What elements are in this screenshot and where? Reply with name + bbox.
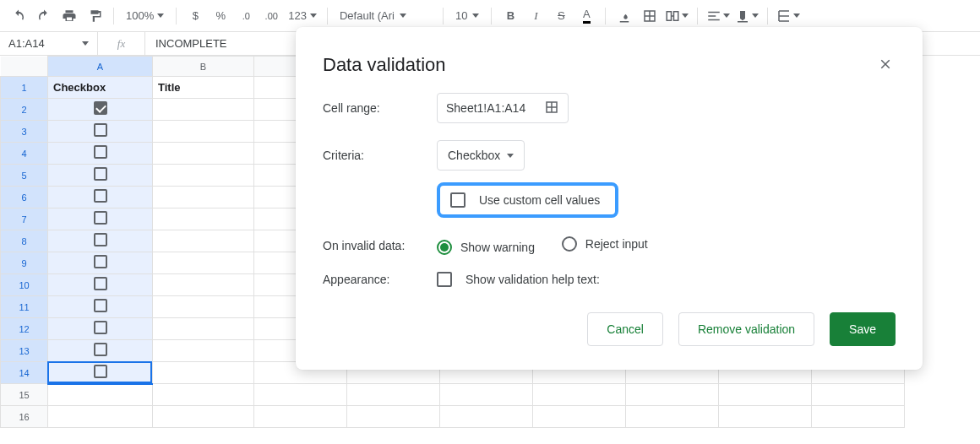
cell-checkbox[interactable] xyxy=(94,145,107,159)
cell[interactable] xyxy=(719,384,812,406)
cell[interactable] xyxy=(626,384,719,406)
cell[interactable] xyxy=(153,165,254,187)
cell-checkbox[interactable] xyxy=(94,101,107,115)
save-button[interactable]: Save xyxy=(830,312,896,346)
cell[interactable] xyxy=(153,208,254,230)
cell[interactable] xyxy=(153,230,254,252)
cell[interactable] xyxy=(48,406,153,428)
cell-checkbox[interactable] xyxy=(94,277,107,290)
cell-checkbox[interactable] xyxy=(94,343,107,356)
cell[interactable] xyxy=(812,406,905,428)
column-header[interactable]: A xyxy=(48,57,153,77)
cell[interactable] xyxy=(254,406,347,428)
show-warning-option[interactable]: Show warning xyxy=(437,240,535,255)
print-button[interactable] xyxy=(57,4,81,28)
row-header[interactable]: 9 xyxy=(1,252,48,274)
increase-decimal-button[interactable]: .00 xyxy=(259,4,283,28)
merge-cells-button[interactable] xyxy=(663,4,690,28)
cell[interactable] xyxy=(347,384,440,406)
row-header[interactable]: 7 xyxy=(1,208,48,230)
fill-color-button[interactable] xyxy=(612,4,636,28)
decrease-decimal-button[interactable]: .0 xyxy=(234,4,258,28)
cell[interactable] xyxy=(812,384,905,406)
cell[interactable] xyxy=(533,384,626,406)
row-header[interactable]: 1 xyxy=(1,77,48,99)
cell-checkbox[interactable] xyxy=(94,321,107,334)
cell-range-input[interactable]: Sheet1!A1:A14 xyxy=(437,93,569,123)
text-wrap-button[interactable] xyxy=(775,4,802,28)
cell-checkbox[interactable] xyxy=(94,255,107,268)
percent-button[interactable]: % xyxy=(209,4,232,28)
cell[interactable] xyxy=(719,406,812,428)
cell[interactable] xyxy=(48,165,153,187)
row-header[interactable]: 13 xyxy=(1,340,48,362)
cell[interactable] xyxy=(153,252,254,274)
borders-button[interactable] xyxy=(638,4,662,28)
cell[interactable] xyxy=(153,274,254,296)
cell[interactable] xyxy=(48,121,153,143)
cell[interactable] xyxy=(48,208,153,230)
row-header[interactable]: 2 xyxy=(1,99,48,121)
cell[interactable] xyxy=(153,384,254,406)
row-header[interactable]: 4 xyxy=(1,143,48,165)
custom-values-checkbox[interactable] xyxy=(450,192,466,208)
cell[interactable] xyxy=(48,362,153,384)
horizontal-align-button[interactable] xyxy=(705,4,732,28)
cell[interactable] xyxy=(48,340,153,362)
row-header[interactable]: 14 xyxy=(1,362,48,384)
cell-checkbox[interactable] xyxy=(94,299,107,312)
column-header[interactable]: B xyxy=(153,57,254,77)
cell[interactable] xyxy=(48,230,153,252)
cell[interactable] xyxy=(153,143,254,165)
cell[interactable] xyxy=(347,406,440,428)
paint-format-button[interactable] xyxy=(83,4,106,28)
row-header[interactable]: 8 xyxy=(1,230,48,252)
help-text-checkbox[interactable] xyxy=(437,272,452,287)
cell[interactable] xyxy=(153,406,254,428)
cell-checkbox[interactable] xyxy=(94,365,107,378)
cell-checkbox[interactable] xyxy=(94,233,107,246)
cell[interactable] xyxy=(254,384,347,406)
cell[interactable] xyxy=(626,406,719,428)
undo-button[interactable] xyxy=(7,4,30,28)
cell[interactable]: Title xyxy=(153,77,254,99)
cell-checkbox[interactable] xyxy=(94,167,107,181)
cell[interactable]: Checkbox xyxy=(48,77,153,99)
font-family-select[interactable]: Default (Ari xyxy=(335,9,436,22)
cell[interactable] xyxy=(153,187,254,208)
remove-validation-button[interactable]: Remove validation xyxy=(678,312,814,346)
row-header[interactable]: 16 xyxy=(1,406,48,428)
row-header[interactable]: 11 xyxy=(1,296,48,318)
currency-button[interactable]: $ xyxy=(183,4,207,28)
vertical-align-button[interactable] xyxy=(733,4,760,28)
cell[interactable] xyxy=(48,99,153,121)
cell-checkbox[interactable] xyxy=(94,189,107,203)
cell[interactable] xyxy=(440,406,533,428)
cell[interactable] xyxy=(533,406,626,428)
cell[interactable] xyxy=(48,274,153,296)
cell-checkbox[interactable] xyxy=(94,123,107,137)
bold-button[interactable]: B xyxy=(498,4,522,28)
row-header[interactable]: 15 xyxy=(1,384,48,406)
italic-button[interactable]: I xyxy=(524,4,547,28)
cell[interactable] xyxy=(48,296,153,318)
row-header[interactable]: 5 xyxy=(1,165,48,187)
cell[interactable] xyxy=(48,252,153,274)
cell[interactable] xyxy=(48,143,153,165)
row-header[interactable]: 12 xyxy=(1,318,48,340)
cell[interactable] xyxy=(153,121,254,143)
row-header[interactable]: 6 xyxy=(1,187,48,208)
cell[interactable] xyxy=(48,384,153,406)
more-formats-button[interactable]: 123 xyxy=(285,4,320,28)
select-range-icon[interactable] xyxy=(544,100,559,117)
font-size-select[interactable]: 10 xyxy=(450,9,484,22)
cell[interactable] xyxy=(153,362,254,384)
cell[interactable] xyxy=(153,296,254,318)
cell[interactable] xyxy=(48,187,153,208)
row-header[interactable]: 3 xyxy=(1,121,48,143)
row-header[interactable]: 10 xyxy=(1,274,48,296)
cell[interactable] xyxy=(153,99,254,121)
text-color-button[interactable]: A xyxy=(574,4,598,28)
close-button[interactable] xyxy=(875,54,896,74)
cell[interactable] xyxy=(48,318,153,340)
